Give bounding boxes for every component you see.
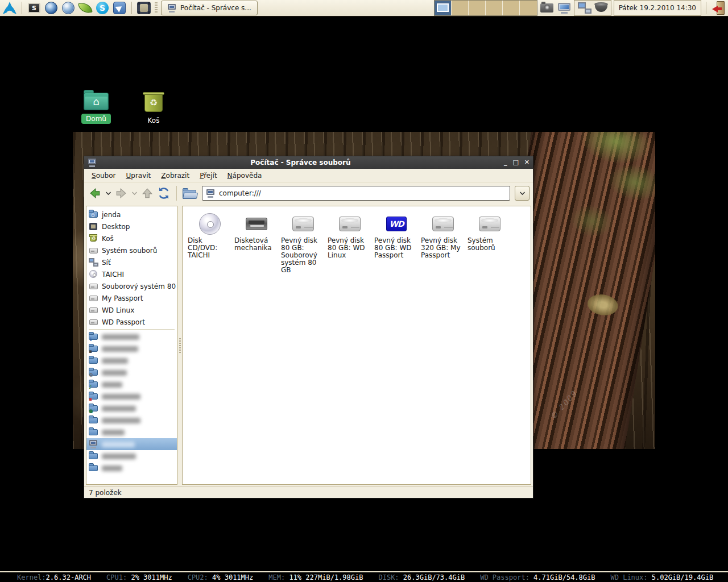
forward-history-dropdown[interactable] xyxy=(130,185,139,202)
workspace-1[interactable] xyxy=(435,1,452,15)
cd-disc-icon xyxy=(199,213,221,235)
sidebar-item-network[interactable]: Síť xyxy=(86,256,177,268)
forward-button[interactable] xyxy=(114,185,129,202)
location-dropdown-button[interactable] xyxy=(515,186,530,201)
sidebar-label: jenda xyxy=(102,211,121,219)
sidebar-blurred-item[interactable]: ↓ xyxy=(86,331,177,343)
blurred-label xyxy=(102,334,139,340)
sidebar-item-filesystem[interactable]: Systém souborů xyxy=(86,244,177,256)
status-text: 7 položek xyxy=(89,489,122,497)
file-manager-window: Počítač - Správce souborů _ □ ✕ Soubor U… xyxy=(84,156,533,498)
web-browser-launcher-icon[interactable] xyxy=(61,1,76,15)
menu-zobrazit[interactable]: Zobrazit xyxy=(156,170,195,181)
back-button[interactable] xyxy=(88,185,102,202)
desktop-icon-trash[interactable]: ♻ Koš xyxy=(128,88,179,126)
up-button[interactable] xyxy=(140,185,155,202)
file-item-hdd-mypassport[interactable]: Pevný disk 320 GB: My Passport xyxy=(420,212,466,259)
window-computer-icon xyxy=(88,158,97,168)
show-desktop-button[interactable] xyxy=(136,1,151,15)
window-titlebar[interactable]: Počítač - Správce souborů _ □ ✕ xyxy=(84,156,533,169)
sidebar-label: WD Passport xyxy=(102,318,145,326)
sidebar-item-wd-linux[interactable]: WD Linux xyxy=(86,304,177,316)
workspace-6[interactable] xyxy=(520,1,537,15)
back-history-dropdown[interactable] xyxy=(104,185,113,202)
desktop-icon-home[interactable]: ⌂ Domů xyxy=(71,90,122,124)
logout-icon xyxy=(712,1,725,15)
workspace-2[interactable] xyxy=(452,1,469,15)
blurred-label xyxy=(102,370,127,376)
mixer-tray-icon[interactable] xyxy=(595,4,607,12)
close-button[interactable]: ✕ xyxy=(524,159,530,167)
icon-view[interactable]: Disk CD/DVD: TAICHI Disketová mechanika … xyxy=(182,206,531,485)
workspace-3[interactable] xyxy=(469,1,486,15)
messenger-icon xyxy=(113,2,126,14)
file-item-hdd-system[interactable]: Systém souborů xyxy=(467,212,512,252)
sidebar-splitter[interactable] xyxy=(177,206,182,485)
file-item-hdd-wdlinux[interactable]: Pevný disk 80 GB: WD Linux xyxy=(327,212,373,259)
folder-icon xyxy=(89,463,98,473)
workspace-5[interactable] xyxy=(503,1,520,15)
sidebar-blurred-item[interactable]: ▪ xyxy=(86,390,177,402)
sidebar-blurred-item-selected[interactable] xyxy=(86,438,177,450)
sidebar-item-my-passport[interactable]: My Passport xyxy=(86,292,177,304)
sidebar-blurred-item[interactable] xyxy=(86,426,177,438)
reload-button[interactable] xyxy=(156,185,172,202)
hard-disk-icon xyxy=(339,217,361,231)
folder-documents-icon: ▪ xyxy=(89,392,98,401)
sidebar-item-trash[interactable]: Koš xyxy=(86,232,177,244)
file-manager-tray-icon[interactable] xyxy=(557,1,572,15)
sidebar-blurred-item[interactable] xyxy=(86,355,177,367)
sidebar-item-desktop[interactable]: Desktop xyxy=(86,221,177,232)
sidebar-blurred-item[interactable]: ♪ xyxy=(86,379,177,390)
workspace-4[interactable] xyxy=(486,1,503,15)
chromium-launcher-icon[interactable] xyxy=(44,1,59,15)
maximize-button[interactable]: □ xyxy=(512,159,518,167)
sidebar-item-jenda[interactable]: jenda xyxy=(86,209,177,221)
file-label: Systém souborů xyxy=(468,237,512,252)
messenger-launcher-icon[interactable] xyxy=(112,1,127,15)
cd-icon xyxy=(89,269,98,279)
taskbar-window-button[interactable]: Počítač - Správce s... xyxy=(161,1,258,15)
file-label: Pevný disk 320 GB: My Passport xyxy=(421,237,465,259)
toolbar: computer:/// xyxy=(84,182,533,204)
menu-napoveda[interactable]: Nápověda xyxy=(222,170,267,181)
sidebar-blurred-item[interactable]: ⚙ xyxy=(86,367,177,379)
tasklist-grip[interactable] xyxy=(155,2,158,14)
hard-disk-icon xyxy=(479,217,500,231)
open-folder-button[interactable] xyxy=(181,185,197,202)
sidebar-blurred-item[interactable] xyxy=(86,462,177,474)
logout-button[interactable] xyxy=(711,1,726,15)
location-text: computer:/// xyxy=(219,189,261,197)
arch-menu-icon[interactable] xyxy=(2,1,17,15)
file-item-floppy[interactable]: Disketová mechanika xyxy=(234,212,279,252)
menu-prejit[interactable]: Přejít xyxy=(195,170,222,181)
sidebar-blurred-item[interactable]: ● xyxy=(86,402,177,414)
blurred-label xyxy=(102,430,125,435)
file-item-hdd-wdpassport[interactable]: WD Pevný disk 80 GB: WD Passport xyxy=(374,212,419,259)
sidebar-item-wd-passport[interactable]: WD Passport xyxy=(86,316,177,328)
blurred-label xyxy=(102,418,140,423)
drive-icon xyxy=(89,305,98,315)
file-item-hdd-filesystem80[interactable]: Pevný disk 80 GB: Souborový systém 80 GB xyxy=(280,212,326,274)
file-item-cd-taichi[interactable]: Disk CD/DVD: TAICHI xyxy=(187,212,233,259)
terminal-launcher-icon[interactable]: S xyxy=(27,1,42,15)
sidebar-blurred-item[interactable]: ▪ xyxy=(86,343,177,355)
sidebar-label: Systém souborů xyxy=(102,247,157,255)
screenshot-tray-icon[interactable] xyxy=(540,1,555,15)
desktop-icon-home-label: Domů xyxy=(81,114,111,124)
sidebar-item-taichi[interactable]: TAICHI xyxy=(86,268,177,280)
panel-clock[interactable]: Pátek 19.2.2010 14:30 xyxy=(614,0,701,16)
sidebar-blurred-item[interactable] xyxy=(86,450,177,462)
midori-launcher-icon[interactable] xyxy=(78,1,93,15)
window-title: Počítač - Správce souborů xyxy=(97,159,504,167)
menu-upravit[interactable]: Upravit xyxy=(121,170,156,181)
sidebar-item-filesystem-80gb[interactable]: Souborový systém 80 GB xyxy=(86,280,177,292)
camera-icon xyxy=(540,3,553,13)
minimize-button[interactable]: _ xyxy=(504,159,507,167)
sidebar-blurred-item[interactable] xyxy=(86,414,177,426)
location-bar[interactable]: computer:/// xyxy=(202,186,510,201)
skype-launcher-icon[interactable]: S xyxy=(95,1,110,15)
blurred-label xyxy=(102,454,136,459)
network-tray-icon[interactable] xyxy=(578,2,592,14)
menu-soubor[interactable]: Soubor xyxy=(86,170,121,181)
